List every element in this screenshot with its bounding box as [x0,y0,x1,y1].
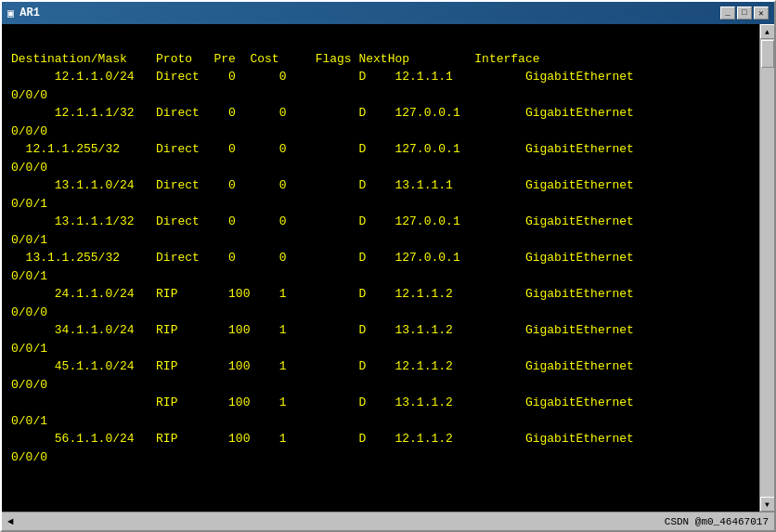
status-left: ◄ [7,516,14,527]
main-window: ▣ AR1 _ □ ✕ Destination/Mask Proto Pre C… [0,0,776,532]
title-bar: ▣ AR1 _ □ ✕ [2,2,774,24]
scroll-down-button[interactable]: ▼ [760,497,775,512]
iface-suffix-row: 0/0/1 [11,412,750,431]
iface-suffix-row: 0/0/1 [11,231,750,250]
status-bar: ◄ CSDN @m0_46467017 [2,512,774,530]
table-row: 12.1.1.0/24 Direct 0 0 D 12.1.1.1 Gigabi… [11,68,750,86]
iface-suffix-row: 0/0/1 [11,195,750,214]
table-row: 12.1.1.1/32 Direct 0 0 D 127.0.0.1 Gigab… [11,104,750,123]
iface-suffix-row: 0/0/0 [11,123,750,141]
iface-suffix-row: 0/0/1 [11,340,750,358]
window-controls: _ □ ✕ [720,6,769,19]
iface-suffix-row: 0/0/1 [11,267,750,286]
table-row: 13.1.1.0/24 Direct 0 0 D 13.1.1.1 Gigabi… [11,176,750,195]
scroll-up-button[interactable]: ▲ [760,24,775,39]
table-row: 56.1.1.0/24 RIP 100 1 D 12.1.1.2 Gigabit… [11,430,750,448]
iface-suffix-row: 0/0/0 [11,448,750,467]
table-row: 34.1.1.0/24 RIP 100 1 D 13.1.1.2 Gigabit… [11,321,750,340]
iface-suffix-row: 0/0/0 [11,86,750,105]
table-row: 12.1.1.255/32 Direct 0 0 D 127.0.0.1 Gig… [11,140,750,159]
terminal-output[interactable]: Destination/Mask Proto Pre Cost Flags Ne… [2,24,759,512]
table-row: 45.1.1.0/24 RIP 100 1 D 12.1.1.2 Gigabit… [11,357,750,376]
scroll-thumb[interactable] [761,40,774,68]
iface-suffix-row: 0/0/0 [11,376,750,395]
title-bar-left: ▣ AR1 [7,6,40,20]
content-area: Destination/Mask Proto Pre Cost Flags Ne… [2,24,774,512]
scroll-track [760,39,774,497]
table-header: Destination/Mask Proto Pre Cost Flags Ne… [11,32,750,68]
iface-suffix-row: 0/0/0 [11,304,750,322]
window-icon: ▣ [7,6,14,20]
restore-button[interactable]: □ [737,6,752,19]
table-row: 13.1.1.255/32 Direct 0 0 D 127.0.0.1 Gig… [11,249,750,267]
minimize-button[interactable]: _ [720,6,735,19]
status-right: CSDN @m0_46467017 [665,516,769,527]
table-row: 13.1.1.1/32 Direct 0 0 D 127.0.0.1 Gigab… [11,213,750,231]
window-title: AR1 [19,6,40,19]
table-row: 24.1.1.0/24 RIP 100 1 D 12.1.1.2 Gigabit… [11,285,750,304]
close-button[interactable]: ✕ [754,6,769,19]
iface-suffix-row: 0/0/0 [11,159,750,177]
scrollbar[interactable]: ▲ ▼ [759,24,774,512]
table-row: RIP 100 1 D 13.1.1.2 GigabitEthernet [11,394,750,412]
